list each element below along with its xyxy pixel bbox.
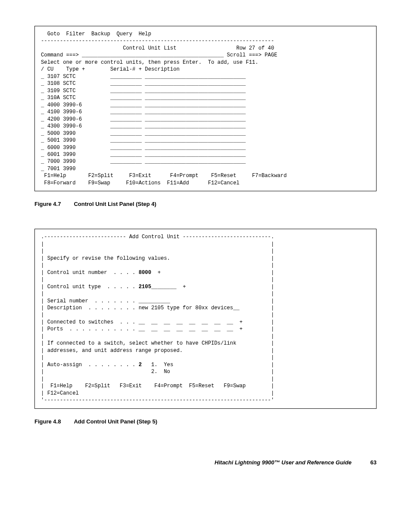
dialog-instruction: | Specify or revise the following values… — [41, 255, 274, 261]
title-line: Control Unit List Row 27 of 40 — [41, 45, 274, 51]
ports-line[interactable]: | Ports . . . . . . . . . . . __ __ __ _… — [41, 326, 274, 332]
table-row[interactable]: _ 5001 3990 __________ _________________… — [41, 137, 246, 143]
table-row[interactable]: _ 3108 SCTC __________ _________________… — [41, 81, 246, 87]
command-line[interactable]: Command ===> ___________________________… — [41, 52, 277, 58]
blank-line: | | — [41, 333, 274, 339]
blank-line: | | — [41, 241, 274, 247]
table-row[interactable]: _ 5000 3990 __________ _________________… — [41, 131, 246, 137]
instruction: Select one or more control units, then p… — [41, 59, 258, 65]
figure-text: Add Control Unit Panel (Step 5) — [74, 418, 157, 425]
menu-bar: Goto Filter Backup Query Help — [41, 31, 151, 37]
note-line-2: | addresses, and unit address range prop… — [41, 348, 274, 354]
table-row[interactable]: _ 4300 3990-6 __________ _______________… — [41, 123, 246, 129]
column-header: / CU Type + Serial-# + Description — [41, 66, 180, 72]
table-row[interactable]: _ 3107 SCTC __________ _________________… — [41, 74, 246, 80]
footer-title: Hitachi Lightning 9900™ User and Referen… — [215, 459, 352, 466]
table-row[interactable]: _ 4200 3990-6 __________ _______________… — [41, 116, 246, 122]
note-line-1: | If connected to a switch, select wheth… — [41, 340, 274, 346]
blank-line: | | — [41, 376, 274, 382]
blank-line: | | — [41, 277, 274, 283]
add-control-unit-panel: .-------------------------- Add Control … — [34, 229, 377, 408]
page-footer: Hitachi Lightning 9900™ User and Referen… — [34, 459, 377, 466]
table-row[interactable]: _ 6001 3990 __________ _________________… — [41, 152, 246, 158]
table-row[interactable]: _ 3109 SCTC __________ _________________… — [41, 88, 246, 94]
fkey-row-1: | F1=Help F2=Split F3=Exit F4=Prompt F5=… — [41, 383, 274, 389]
figure-label: Figure 4.7 — [34, 201, 61, 207]
table-row[interactable]: _ 6000 3990 __________ _________________… — [41, 145, 246, 151]
figure-caption-4-8: Figure 4.8Add Control Unit Panel (Step 5… — [34, 418, 377, 425]
table-row[interactable]: _ 4000 3990-6 __________ _______________… — [41, 102, 246, 108]
dialog-top-border: .-------------------------- Add Control … — [41, 234, 274, 240]
cu-type-line[interactable]: | Control unit type . . . . . 2105______… — [41, 284, 274, 290]
table-row[interactable]: _ 7001 3990 — [41, 166, 75, 172]
blank-line: | | — [41, 262, 274, 268]
auto-assign-no-line: | 2. No | — [41, 369, 274, 375]
figure-label: Figure 4.8 — [34, 418, 61, 425]
blank-line: | | — [41, 355, 274, 361]
auto-assign-line[interactable]: | Auto-assign . . . . . . . . 2 1. Yes | — [41, 362, 274, 368]
table-row[interactable]: _ 310A SCTC __________ _________________… — [41, 95, 246, 101]
description-line[interactable]: | Description . . . . . . . . new 2105 t… — [41, 305, 274, 311]
dialog-bottom-border: '---------------------------------------… — [41, 397, 274, 403]
table-row[interactable]: _ 7000 3990 __________ _________________… — [41, 159, 246, 165]
page-number: 63 — [371, 459, 377, 466]
fkey-row-2: F8=Forward F9=Swap F10=Actions F11=Add F… — [41, 180, 240, 186]
figure-caption-4-7: Figure 4.7Control Unit List Panel (Step … — [34, 201, 377, 207]
switches-line[interactable]: | Connected to switches . . . __ __ __ _… — [41, 319, 274, 325]
blank-line: | | — [41, 248, 274, 254]
control-unit-list-panel: Goto Filter Backup Query Help ----------… — [34, 26, 377, 191]
fkey-row-1: F1=Help F2=Split F3=Exit F4=Prompt F5=Re… — [41, 173, 286, 179]
serial-line[interactable]: | Serial number . . . . . . . __________… — [41, 298, 274, 304]
blank-line: | | — [41, 291, 274, 297]
table-row[interactable]: _ 4100 3990-6 __________ _______________… — [41, 109, 246, 115]
separator: ----------------------------------------… — [41, 38, 274, 44]
fkey-row-2: | F12=Cancel | — [41, 390, 274, 396]
figure-text: Control Unit List Panel (Step 4) — [74, 201, 156, 207]
cu-number-line[interactable]: | Control unit number . . . . 8000 + | — [41, 270, 274, 276]
blank-line: | | — [41, 312, 274, 318]
